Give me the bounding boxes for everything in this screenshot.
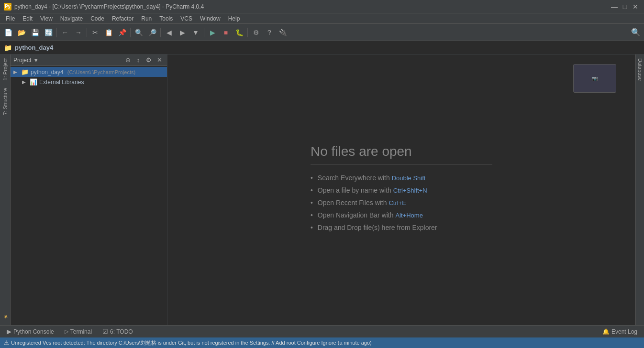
settings-button[interactable]: ⚙ — [250, 26, 262, 39]
project-panel-label[interactable]: 1: Project — [1, 54, 10, 84]
tree-arrow-python-day4: ▶ — [13, 69, 19, 75]
hint-key-2: Ctrl+Shift+N — [393, 187, 427, 194]
copy-button[interactable]: 📋 — [102, 26, 115, 39]
status-bar: ⚠ Unregistered Vcs root detected: The di… — [0, 337, 644, 348]
python-console-tab[interactable]: ▶ Python Console — [2, 327, 59, 336]
menu-code[interactable]: Code — [87, 14, 108, 23]
menu-refactor[interactable]: Refactor — [108, 14, 137, 23]
tree-label-external: External Libraries — [39, 79, 84, 86]
debug-button[interactable]: 🐛 — [233, 26, 245, 39]
title-bar-controls: — □ ✕ — [610, 2, 640, 11]
cut-button[interactable]: ✂ — [89, 26, 101, 39]
no-files-title: No files are open — [311, 144, 492, 164]
collapse-all-button[interactable]: ⊖ — [123, 55, 133, 65]
bottom-tabs: ▶ Python Console ▷ Terminal ☑ 6: TODO 🔔 … — [0, 325, 644, 337]
paste-button[interactable]: 📌 — [116, 26, 128, 39]
menu-vcs[interactable]: VCS — [177, 14, 196, 23]
project-dropdown-label: Project — [13, 57, 31, 64]
menu-view[interactable]: View — [36, 14, 56, 23]
stop-button[interactable]: ■ — [220, 26, 232, 39]
tree-item-external-libraries[interactable]: ▶ 📊 External Libraries — [11, 77, 167, 87]
toolbar: 📄 📂 💾 🔄 ← → ✂ 📋 📌 🔍 🔎 ◀ ▶ ▼ ▶ ■ 🐛 ⚙ ? 🔌 … — [0, 24, 644, 41]
forward-button[interactable]: ▶ — [176, 26, 189, 39]
hint-bullet-3: • — [311, 199, 313, 207]
plugin-button[interactable]: 🔌 — [277, 26, 289, 39]
run-button[interactable]: ▶ — [206, 26, 219, 39]
menu-run[interactable]: Run — [137, 14, 155, 23]
hint-key-4: Alt+Home — [395, 212, 422, 219]
new-button[interactable]: 📄 — [2, 26, 14, 39]
hint-label-4: Open Navigation Bar with — [318, 211, 396, 219]
close-panel-button[interactable]: ✕ — [155, 55, 164, 65]
sync-button[interactable]: 🔄 — [42, 26, 55, 39]
todo-label: 6: TODO — [110, 328, 133, 335]
window-title: python_day4 - [C:\Users\ \PycharmProject… — [14, 3, 204, 10]
minimize-button[interactable]: — — [610, 2, 619, 11]
event-log-tab[interactable]: 🔔 Event Log — [598, 327, 642, 336]
status-text: Unregistered Vcs root detected: The dire… — [11, 339, 372, 347]
project-folder-icon: 📁 — [4, 44, 12, 52]
tree-label-python-day4: python_day4 — [31, 69, 64, 76]
tree-folder-icon-python-day4: 📁 — [21, 68, 29, 76]
tree-item-python-day4[interactable]: ▶ 📁 python_day4 (C:\Users\ \PycharmProje… — [11, 67, 167, 77]
menu-bar: File Edit View Navigate Code Refactor Ru… — [0, 13, 644, 24]
hint-navbar: • Open Navigation Bar with Alt+Home — [311, 211, 492, 219]
project-panel-header: Project ▼ ⊖ ↕ ⚙ ✕ — [11, 54, 167, 66]
terminal-icon: ▷ — [65, 328, 68, 335]
title-bar: Py python_day4 - [C:\Users\ \PycharmProj… — [0, 0, 644, 13]
hint-bullet-5: • — [311, 224, 313, 231]
help-toolbar-button[interactable]: ? — [263, 26, 276, 39]
search-everywhere-button[interactable]: 🔍 — [630, 26, 642, 39]
right-sidebar: Database — [635, 54, 644, 325]
scroll-to-button[interactable]: ↕ — [133, 55, 143, 65]
gear-icon-button[interactable]: ⚙ — [144, 55, 154, 65]
redo-button[interactable]: → — [72, 26, 85, 39]
tree-arrow-external: ▶ — [22, 79, 28, 85]
event-log-label: Event Log — [611, 328, 637, 335]
database-panel-label[interactable]: Database — [636, 54, 644, 85]
separator-3 — [130, 28, 131, 37]
hint-label-1: Search Everywhere with — [318, 174, 392, 182]
terminal-tab[interactable]: ▷ Terminal — [60, 327, 97, 336]
app-icon: Py — [4, 3, 11, 11]
hint-label-2: Open a file by name with — [318, 186, 393, 194]
hint-search: • Search Everywhere with Double Shift — [311, 174, 492, 182]
favorites-panel-label[interactable]: ★ — [0, 310, 10, 324]
todo-tab[interactable]: ☑ 6: TODO — [98, 327, 138, 336]
status-warning-icon: ⚠ — [4, 339, 9, 346]
close-button[interactable]: ✕ — [631, 2, 640, 11]
menu-file[interactable]: File — [2, 14, 19, 23]
maximize-button[interactable]: □ — [620, 2, 630, 11]
project-header: 📁 python_day4 — [0, 41, 644, 54]
no-files-container: No files are open • Search Everywhere wi… — [311, 144, 492, 236]
undo-button[interactable]: ← — [59, 26, 71, 39]
menu-window[interactable]: Window — [196, 14, 224, 23]
structure-panel-label[interactable]: 7: Structure — [1, 84, 10, 119]
save-button[interactable]: 💾 — [29, 26, 41, 39]
separator-6 — [247, 28, 248, 37]
back-button[interactable]: ◀ — [163, 26, 175, 39]
tree-path-python-day4: (C:\Users\ \PycharmProjects) — [67, 69, 135, 75]
hint-open-name: • Open a file by name with Ctrl+Shift+N — [311, 186, 492, 194]
main-layout: 1: Project 7: Structure ★ Project ▼ ⊖ ↕ … — [0, 54, 644, 325]
hint-drag: • Drag and Drop file(s) here from Explor… — [311, 224, 492, 231]
menu-tools[interactable]: Tools — [155, 14, 177, 23]
menu-edit[interactable]: Edit — [19, 14, 36, 23]
menu-help[interactable]: Help — [224, 14, 244, 23]
event-log-icon: 🔔 — [602, 328, 610, 335]
todo-icon: ☑ — [102, 328, 108, 335]
separator-4 — [160, 28, 161, 37]
replace-button[interactable]: 🔎 — [146, 26, 158, 39]
separator-5 — [204, 28, 204, 37]
dropdown-btn[interactable]: ▼ — [189, 26, 202, 39]
promo-image: 📷 — [573, 64, 616, 93]
menu-navigate[interactable]: Navigate — [56, 14, 87, 23]
python-console-label: Python Console — [13, 328, 54, 335]
separator-2 — [87, 28, 87, 37]
open-button[interactable]: 📂 — [15, 26, 28, 39]
project-dropdown-arrow[interactable]: ▼ — [33, 57, 39, 64]
find-button[interactable]: 🔍 — [133, 26, 145, 39]
left-sidebar-labels: 1: Project 7: Structure ★ — [0, 54, 11, 325]
hint-label-3: Open Recent Files with — [318, 199, 389, 207]
hint-bullet-1: • — [311, 174, 313, 182]
